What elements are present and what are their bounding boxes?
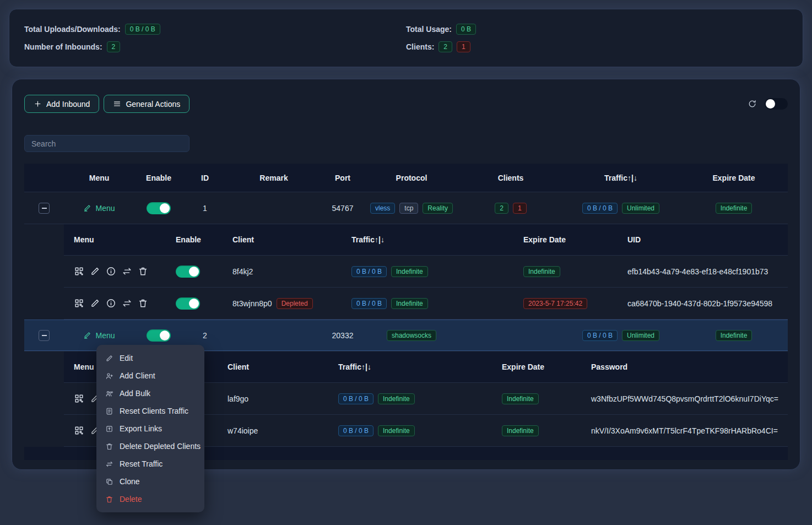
menu-item-label: Add Client — [120, 371, 155, 380]
menu-item-delete-depleted-clients[interactable]: Delete Depleted Clients — [96, 437, 204, 455]
client-traffic-limit-badge: Indefinite — [378, 425, 415, 436]
sub2-header-traffic[interactable]: Traffic↑|↓ — [328, 362, 492, 371]
info-icon[interactable] — [106, 298, 116, 308]
info-icon[interactable] — [106, 266, 116, 277]
plus-icon — [34, 100, 42, 108]
sub1-header-expire: Expire Date — [513, 235, 618, 244]
menu-item-reset-traffic[interactable]: Reset Traffic — [96, 455, 204, 473]
edit-client-icon[interactable] — [90, 266, 100, 277]
stats-left-column: Total Uploads/Downloads: 0 B / 0 B Numbe… — [24, 24, 406, 52]
qr-code-icon[interactable] — [74, 266, 84, 277]
client-password: nkV/I/3XoAm9v6xMT/T5lcrF4TpeTKF98rHARbRo… — [581, 426, 789, 435]
inbound-1-menu-label: Menu — [95, 204, 115, 213]
clients-depleted-count: 1 — [457, 41, 470, 52]
stat-total-usage: Total Usage: 0 B — [406, 24, 788, 35]
reset-traffic-icon[interactable] — [122, 298, 132, 308]
dark-mode-toggle[interactable] — [765, 98, 788, 110]
edit-client-icon[interactable] — [90, 298, 100, 308]
menu-item-clone[interactable]: Clone — [96, 473, 204, 490]
search-wrap — [24, 135, 788, 152]
menu-item-label: Reset Traffic — [120, 459, 163, 468]
menu-item-edit[interactable]: Edit — [96, 349, 204, 367]
total-uploads-downloads-label: Total Uploads/Downloads: — [24, 25, 121, 34]
page: Total Uploads/Downloads: 0 B / 0 B Numbe… — [0, 0, 812, 525]
toggle-knob — [189, 299, 199, 308]
total-usage-value: 0 B — [456, 24, 476, 35]
delete-client-icon[interactable] — [138, 266, 148, 277]
client-name: 8f4kj2 — [223, 267, 342, 276]
inbound-context-menu: Edit Add Client Add Bulk Reset Clients T… — [96, 345, 204, 512]
menu-item-label: Add Bulk — [120, 389, 150, 398]
menu-item-label: Delete Depleted Clients — [120, 442, 201, 451]
inbound-2-enable-toggle[interactable] — [147, 329, 171, 342]
collapse-inbound-2-button[interactable] — [39, 330, 50, 341]
client-expire-badge: Indefinite — [502, 425, 539, 436]
number-of-inbounds-value: 2 — [107, 41, 121, 52]
minus-icon — [42, 208, 47, 209]
client-depleted-badge: Depleted — [277, 298, 313, 309]
inbound-2-id: 2 — [183, 331, 227, 340]
client-name: w74ioipe — [218, 426, 328, 435]
export-links-icon — [105, 425, 113, 433]
menu-item-label: Reset Clients Traffic — [120, 407, 188, 415]
inbound-1-clients-active-badge: 2 — [495, 203, 508, 214]
stat-total-uploads-downloads: Total Uploads/Downloads: 0 B / 0 B — [24, 24, 406, 35]
reset-clients-traffic-icon — [105, 407, 113, 415]
header-port: Port — [321, 174, 365, 182]
menu-item-label: Export Links — [120, 424, 162, 433]
client-uid: ca68470b-1940-437d-802b-1f9573e94598 — [618, 299, 789, 308]
total-uploads-downloads-value: 0 B / 0 B — [125, 24, 160, 35]
inbound-1-menu-trigger[interactable]: Menu — [83, 204, 115, 213]
menu-item-export-links[interactable]: Export Links — [96, 420, 204, 437]
menu-item-reset-clients-traffic[interactable]: Reset Clients Traffic — [96, 402, 204, 420]
client-traffic-badge: 0 B / 0 B — [338, 425, 373, 436]
header-traffic[interactable]: Traffic↑|↓ — [563, 174, 679, 182]
reset-traffic-icon — [105, 460, 113, 468]
protocol-tag-tcp: tcp — [399, 203, 418, 214]
add-inbound-button[interactable]: Add Inbound — [24, 95, 99, 113]
inbound-1-clients-table: Menu Enable Client Traffic↑|↓ Expire Dat… — [64, 224, 788, 320]
client-expire-badge: Indefinite — [502, 393, 539, 404]
inbound-1-port: 54767 — [321, 204, 365, 213]
inbound-1-enable-toggle[interactable] — [147, 202, 171, 214]
protocol-tag-vless: vless — [370, 203, 395, 214]
client-password: w3NfbzUPf5WWd745Q8pvsmQrdrttT2lO6knuI7Di… — [581, 394, 789, 403]
inbound-2-expire-badge: Indefinite — [716, 330, 753, 341]
reset-traffic-icon[interactable] — [122, 266, 132, 277]
header-menu: Menu — [64, 174, 134, 182]
client-traffic-badge: 0 B / 0 B — [351, 266, 387, 277]
inbound-2-menu-trigger[interactable]: Menu — [83, 331, 115, 340]
sub1-header-traffic[interactable]: Traffic↑|↓ — [342, 235, 513, 244]
menu-item-delete[interactable]: Delete — [96, 490, 204, 508]
protocol-tag-shadowsocks: shadowsocks — [387, 330, 436, 341]
inbound-1-clients-header: Menu Enable Client Traffic↑|↓ Expire Dat… — [64, 224, 788, 255]
refresh-icon[interactable] — [748, 99, 757, 109]
menu-item-label: Clone — [120, 477, 140, 486]
menu-item-label: Delete — [120, 495, 142, 504]
menu-item-add-client[interactable]: Add Client — [96, 367, 204, 385]
delete-depleted-clients-icon — [105, 442, 113, 451]
sub2-header-password: Password — [581, 362, 789, 371]
sub1-header-menu: Menu — [64, 235, 166, 244]
qr-code-icon[interactable] — [74, 298, 84, 308]
delete-client-icon[interactable] — [138, 298, 148, 308]
clients-active-count: 2 — [439, 41, 452, 52]
search-input[interactable] — [24, 135, 190, 152]
toggle-knob — [189, 267, 199, 277]
inbound-1-traffic-badge: 0 B / 0 B — [582, 203, 618, 214]
qr-code-icon[interactable] — [74, 393, 84, 404]
inbound-row-1: Menu 1 54767 vless tcp Reality 2 1 0 B / — [24, 192, 788, 224]
pencil-icon — [83, 204, 91, 212]
general-actions-button[interactable]: General Actions — [104, 95, 190, 113]
qr-code-icon[interactable] — [74, 425, 84, 436]
client-enable-toggle[interactable] — [176, 297, 200, 310]
menu-item-add-bulk[interactable]: Add Bulk — [96, 385, 204, 402]
client-row-8t3wjnn8p0: 8t3wjnn8p0 Depleted 0 B / 0 B Indefinite… — [64, 287, 788, 319]
client-uid: efb14b43-4a79-4e83-ef18-e48cf1901b73 — [618, 267, 789, 276]
toggle-knob — [766, 99, 775, 109]
collapse-inbound-1-button[interactable] — [39, 203, 50, 214]
client-enable-toggle[interactable] — [176, 266, 200, 278]
client-traffic-badge: 0 B / 0 B — [338, 393, 373, 404]
add-client-icon — [105, 372, 113, 380]
protocol-tag-reality: Reality — [423, 203, 453, 214]
